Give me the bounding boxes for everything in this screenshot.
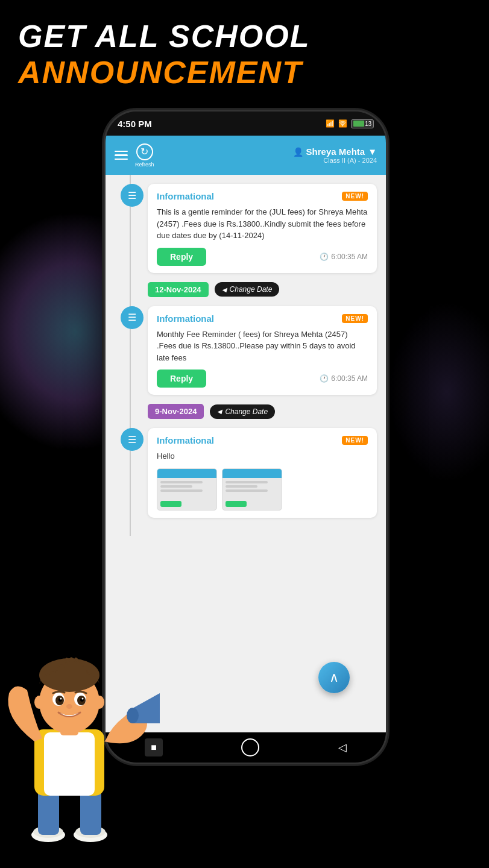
message-footer-1: Reply 🕐 6:00:35 AM	[157, 248, 368, 266]
battery-level	[353, 121, 364, 127]
scroll-top-button[interactable]: ∧	[318, 662, 350, 693]
bg-glow-right	[386, 301, 489, 482]
timeline-entry-2: ☰ Informational NEW! Monthly Fee Reminde…	[115, 306, 377, 395]
clock-icon-2: 🕐	[320, 374, 329, 383]
message-card-2: Informational NEW! Monthly Fee Reminder …	[148, 306, 377, 395]
app-header: Refresh Shreya Mehta ▼ Class II (A) - 20…	[106, 136, 386, 175]
hamburger-menu-button[interactable]	[115, 151, 128, 160]
svg-point-19	[60, 698, 62, 700]
wifi-icon: 🛜	[338, 119, 347, 128]
header-line1: GET ALL SCHOOL	[18, 18, 471, 54]
message-header-3: Informational NEW!	[157, 435, 368, 445]
timeline: ☰ Informational NEW! This is a gentle re…	[106, 175, 386, 536]
status-bar: 4:50 PM 📶 🛜 13	[106, 112, 386, 136]
reply-button-2[interactable]: Reply	[157, 370, 206, 388]
signal-icon: 📶	[326, 119, 335, 128]
timeline-entry-3: ☰ Informational NEW! Hello	[115, 428, 377, 518]
battery-icon: 13	[351, 119, 374, 128]
timeline-icon-1: ☰	[121, 184, 144, 207]
app-header-right: Shreya Mehta ▼ Class II (A) - 2024	[293, 146, 377, 164]
message-item-2: Informational NEW! Monthly Fee Reminder …	[148, 306, 377, 395]
message-header-1: Informational NEW!	[157, 191, 368, 201]
date-badge-1: 12-Nov-2024	[148, 282, 209, 297]
character-figure	[0, 597, 160, 850]
new-badge-3: NEW!	[342, 436, 368, 445]
dropdown-icon: ▼	[368, 146, 377, 157]
message-item-1: Informational NEW! This is a gentle remi…	[148, 184, 377, 273]
svg-point-9	[127, 708, 139, 723]
message-type-3: Informational	[157, 435, 214, 445]
change-date-button-1[interactable]: Change Date	[215, 282, 280, 297]
message-body-2: Monthly Fee Reminder ( fees) for Shreya …	[157, 329, 368, 364]
timeline-entry-1: ☰ Informational NEW! This is a gentle re…	[115, 184, 377, 273]
message-time-2: 🕐 6:00:35 AM	[320, 374, 368, 383]
refresh-icon	[136, 143, 153, 160]
refresh-label: Refresh	[135, 162, 154, 168]
message-body-1: This is a gentle reminder for the (JUL f…	[157, 206, 368, 242]
svg-rect-6	[80, 790, 101, 835]
thumbnail-1	[157, 468, 217, 511]
message-header-2: Informational NEW!	[157, 313, 368, 324]
message-item-3: Informational NEW! Hello	[148, 428, 377, 518]
svg-point-21	[66, 704, 72, 709]
thumbnail-2	[222, 468, 282, 511]
svg-point-20	[82, 698, 84, 700]
header-line2: ANNOUNCEMENT	[18, 54, 471, 90]
nav-back-button[interactable]: ◁	[338, 741, 347, 754]
date-badge-2: 9-Nov-2024	[148, 404, 204, 419]
status-icons: 📶 🛜 13	[326, 119, 374, 128]
svg-point-22	[34, 696, 44, 709]
message-time-1: 🕐 6:00:35 AM	[320, 253, 368, 261]
message-card-3: Informational NEW! Hello	[148, 428, 377, 518]
message-card-1: Informational NEW! This is a gentle remi…	[148, 184, 377, 273]
nav-home-button[interactable]	[241, 738, 259, 756]
clock-icon-1: 🕐	[320, 253, 329, 261]
message-footer-2: Reply 🕐 6:00:35 AM	[157, 370, 368, 388]
new-badge-2: NEW!	[342, 314, 368, 323]
message-type-1: Informational	[157, 191, 214, 201]
svg-point-23	[95, 696, 104, 709]
reply-button-1[interactable]: Reply	[157, 248, 206, 266]
header-title: GET ALL SCHOOL ANNOUNCEMENT	[18, 18, 471, 90]
app-header-left: Refresh	[115, 143, 154, 168]
message-body-3: Hello	[157, 450, 368, 462]
thumbnails	[157, 468, 368, 511]
change-date-button-2[interactable]: Change Date	[210, 404, 275, 419]
svg-rect-5	[38, 790, 59, 835]
chevron-up-icon: ∧	[329, 670, 339, 685]
timeline-icon-2: ☰	[121, 306, 144, 329]
refresh-button[interactable]: Refresh	[135, 143, 154, 168]
status-time: 4:50 PM	[118, 119, 152, 129]
timeline-icon-3: ☰	[121, 428, 144, 451]
battery-text: 13	[365, 121, 371, 127]
svg-rect-8	[44, 732, 95, 796]
date-separator-1: 12-Nov-2024 Change Date	[148, 282, 377, 297]
new-badge-1: NEW!	[342, 192, 368, 201]
date-separator-2: 9-Nov-2024 Change Date	[148, 404, 377, 419]
user-name[interactable]: Shreya Mehta ▼	[293, 146, 377, 157]
user-class: Class II (A) - 2024	[293, 157, 377, 164]
message-type-2: Informational	[157, 313, 214, 324]
